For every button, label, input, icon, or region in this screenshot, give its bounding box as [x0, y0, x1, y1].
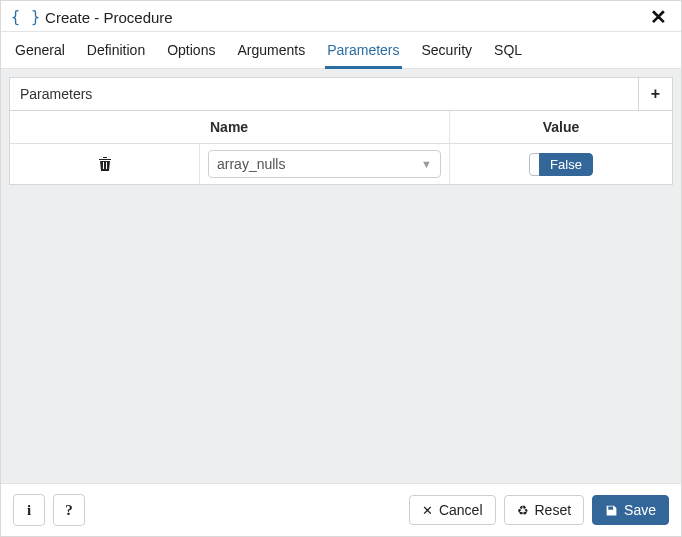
- tab-definition[interactable]: Definition: [85, 32, 147, 68]
- add-row-button[interactable]: +: [638, 78, 672, 110]
- reset-button[interactable]: ♻ Reset: [504, 495, 585, 525]
- value-toggle[interactable]: False: [529, 153, 593, 176]
- save-icon: [605, 504, 618, 517]
- name-select-value: array_nulls: [217, 156, 421, 172]
- table-row: array_nulls ▼ False: [10, 144, 672, 184]
- row-name-cell: array_nulls ▼: [200, 144, 450, 184]
- braces-icon: { }: [11, 8, 41, 26]
- tab-security[interactable]: Security: [420, 32, 475, 68]
- grid-header-row: Name Value: [10, 111, 672, 144]
- recycle-icon: ♻: [517, 504, 529, 517]
- info-icon: i: [27, 502, 31, 519]
- svg-rect-1: [106, 162, 107, 169]
- tab-bar: General Definition Options Arguments Par…: [1, 32, 681, 69]
- plus-icon: +: [651, 85, 660, 103]
- tab-general[interactable]: General: [13, 32, 67, 68]
- cancel-button[interactable]: ✕ Cancel: [409, 495, 496, 525]
- cancel-label: Cancel: [439, 502, 483, 518]
- toggle-knob: [529, 153, 539, 176]
- close-icon: ✕: [422, 504, 433, 517]
- svg-rect-0: [103, 162, 104, 169]
- panel-header: Parameters +: [9, 77, 673, 111]
- reset-label: Reset: [535, 502, 572, 518]
- dialog-header: { } Create - Procedure ✕: [1, 1, 681, 32]
- tab-sql[interactable]: SQL: [492, 32, 524, 68]
- dialog-body: Parameters + Name Value: [1, 69, 681, 483]
- help-button[interactable]: ?: [53, 494, 85, 526]
- toggle-label: False: [539, 153, 593, 176]
- dialog-title: Create - Procedure: [45, 9, 173, 26]
- tab-arguments[interactable]: Arguments: [235, 32, 307, 68]
- info-button[interactable]: i: [13, 494, 45, 526]
- tab-parameters[interactable]: Parameters: [325, 32, 401, 69]
- panel-title: Parameters: [10, 78, 638, 110]
- tab-options[interactable]: Options: [165, 32, 217, 68]
- chevron-down-icon: ▼: [421, 158, 432, 170]
- col-header-name: Name: [200, 111, 450, 143]
- trash-icon[interactable]: [98, 156, 112, 172]
- close-icon[interactable]: ✕: [646, 7, 671, 27]
- save-label: Save: [624, 502, 656, 518]
- row-value-cell: False: [450, 144, 672, 184]
- name-select[interactable]: array_nulls ▼: [208, 150, 441, 178]
- help-icon: ?: [65, 502, 73, 519]
- col-header-actions: [10, 111, 200, 143]
- dialog-footer: i ? ✕ Cancel ♻ Reset Save: [1, 483, 681, 536]
- row-actions-cell: [10, 144, 200, 184]
- save-button[interactable]: Save: [592, 495, 669, 525]
- parameters-grid: Name Value array_nulls ▼: [9, 111, 673, 185]
- col-header-value: Value: [450, 111, 672, 143]
